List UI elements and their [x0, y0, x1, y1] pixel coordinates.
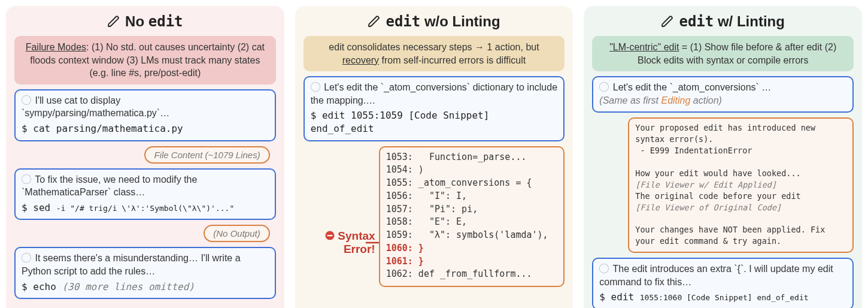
thought-content: Let's edit the `_atom_conversions` …: [613, 82, 772, 92]
panel3-bubble1: Let's edit the `_atom_conversions` … (Sa…: [592, 76, 854, 113]
thought-text: The edit introduces an extra `{`. I will…: [599, 262, 846, 288]
sub-tail: from self-incurred errors is difficult: [379, 55, 526, 65]
command: $ echo (30 more lines omitted): [22, 280, 269, 294]
panel-edit-no-lint: edit w/o Linting edit consolidates neces…: [295, 6, 573, 308]
pen-icon: [661, 15, 674, 28]
code-line: 1058: "E": E,: [386, 216, 467, 227]
command: $ cat parsing/mathematica.py: [22, 122, 269, 135]
cmd-prefix: $ echo: [22, 281, 62, 292]
command: $ sed -i "/# trig/i \'λ':'Symbol(\"λ\")'…: [22, 201, 269, 215]
sub-text: edit consolidates necessary steps → 1 ac…: [329, 42, 539, 52]
thought-icon: [599, 264, 609, 273]
panel2-bubble1: Let's edit the `_atom_conversions` dicti…: [304, 76, 565, 141]
code-line: 1055: _atom_conversions = {: [386, 177, 532, 188]
thought-text: It seems there's a misunderstanding… I'l…: [22, 252, 269, 277]
code-line-error: 1060: }: [386, 243, 424, 253]
title-text: No: [125, 13, 148, 29]
panel2-title: edit w/o Linting: [304, 13, 565, 30]
panel2-subbox: edit consolidates necessary steps → 1 ac…: [304, 36, 565, 71]
lint-line: How your edit would have looked...: [635, 168, 800, 178]
code-line: 1056: "I": I,: [386, 191, 467, 201]
syntax-error-row: Syntax Error! 1053: Function=_parse... 1…: [304, 146, 565, 288]
thought-icon: [311, 82, 320, 92]
lint-line: Your changes have NOT been applied. Fix …: [635, 225, 830, 246]
panel3-bubble2: The edit introduces an extra `{`. I will…: [592, 258, 854, 308]
title-mono: edit: [386, 13, 420, 30]
cmd-prefix: $ sed: [22, 202, 56, 213]
thought-text: To fix the issue, we need to modify the …: [22, 173, 269, 199]
title-mono: edit: [679, 13, 714, 30]
cmd-args: 1055:1060 [Code Snippet] end_of_edit: [640, 293, 809, 302]
title-text: w/ Linting: [714, 13, 785, 29]
lint-line: Your proposed edit has introduced new sy…: [635, 123, 820, 144]
panel-no-edit: No edit Failure Modes: (1) No std. out c…: [6, 6, 284, 308]
panel3-subbox: "LM-centric" edit = (1) Show file before…: [592, 36, 854, 71]
pen-icon: [107, 15, 120, 28]
thought-text: Let's edit the `_atom_conversions` dicti…: [311, 81, 558, 107]
thought-content: I'll use cat to display `sympy/parsing/m…: [22, 95, 169, 119]
syntax-error-label: Syntax Error!: [304, 146, 375, 288]
same-as-note: (Same as first Editing action): [599, 94, 846, 107]
panel-edit-with-lint: edit w/ Linting "LM-centric" edit = (1) …: [584, 6, 862, 308]
stop-icon: [324, 230, 335, 244]
thought-text: Let's edit the `_atom_conversions` …: [599, 81, 846, 94]
thought-icon: [599, 82, 609, 92]
title-text: w/o Linting: [420, 13, 500, 29]
thought-icon: [22, 174, 31, 184]
lint-line: - E999 IndentationError: [635, 146, 752, 155]
panel3-title: edit w/ Linting: [592, 13, 854, 30]
code-line: 1054: ): [386, 164, 424, 175]
cmd-note: (30 more lines omitted): [62, 281, 195, 292]
figure-row: No edit Failure Modes: (1) No std. out c…: [6, 6, 862, 308]
note-pre: (Same as first: [599, 95, 661, 105]
svg-rect-1: [327, 235, 333, 236]
command: $ edit 1055:1060 [Code Snippet] end_of_e…: [599, 291, 846, 304]
code-line: 1053: Function=_parse...: [386, 152, 527, 162]
title-mono: edit: [148, 13, 183, 30]
lint-placeholder: [File Viewer w/ Edit Applied]: [635, 180, 776, 189]
cmd-prefix: $ edit: [599, 291, 639, 303]
code-block: 1053: Function=_parse... 1054: ) 1055: _…: [386, 151, 558, 282]
code-line: 1057: "Pi": pi,: [386, 204, 478, 215]
panel1-subbox: Failure Modes: (1) No std. out causes un…: [14, 36, 276, 84]
code-line-error: 1061: }: [386, 256, 424, 267]
panel2-code-output: 1053: Function=_parse... 1054: ) 1055: _…: [379, 146, 565, 288]
lint-line: The original code before your edit: [635, 191, 800, 201]
cmd-args: -i "/# trig/i \'λ':'Symbol(\"λ\")'...": [56, 204, 234, 213]
code-line: 1059: "λ": symbols('lamda'),: [386, 230, 548, 240]
file-content-pill: File Content (~1079 Lines): [144, 146, 269, 164]
thought-content: Let's edit the `_atom_conversions` dicti…: [311, 82, 557, 105]
thought-text: I'll use cat to display `sympy/parsing/m…: [22, 94, 269, 120]
note-highlight: Editing: [661, 95, 690, 105]
panel1-title: No edit: [14, 13, 276, 30]
panel1-bubble2: To fix the issue, we need to modify the …: [14, 168, 276, 221]
lint-text: Your proposed edit has introduced new sy…: [635, 122, 846, 247]
thought-content: To fix the issue, we need to modify the …: [22, 174, 197, 198]
panel1-bubble3: It seems there's a misunderstanding… I'l…: [14, 247, 276, 299]
sub-under: recovery: [342, 55, 379, 65]
failure-modes-label: Failure Modes: [26, 42, 86, 52]
no-output-pill: (No Output): [204, 225, 269, 242]
thought-content: The edit introduces an extra `{`. I will…: [599, 264, 833, 287]
lint-placeholder: [File Viewer of Original Code]: [635, 203, 781, 212]
pen-icon: [368, 15, 381, 28]
thought-icon: [22, 95, 31, 105]
panel1-bubble1: I'll use cat to display `sympy/parsing/m…: [14, 89, 276, 141]
code-line: 1062: def _from_fullform...: [386, 268, 532, 279]
panel3-lint-output: Your proposed edit has introduced new sy…: [628, 117, 854, 253]
command: $ edit 1055:1059 [Code Snippet] end_of_e…: [311, 109, 558, 135]
thought-icon: [22, 253, 31, 262]
note-post: action): [690, 95, 721, 105]
sub-under: "LM-centric" edit: [609, 42, 679, 52]
thought-content: It seems there's a misunderstanding… I'l…: [22, 253, 241, 276]
